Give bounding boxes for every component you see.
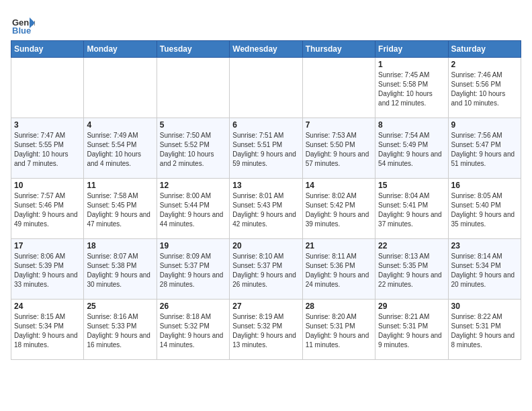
day-info: Sunrise: 8:19 AM Sunset: 5:32 PM Dayligh… <box>232 312 299 350</box>
calendar-cell: 5Sunrise: 7:50 AM Sunset: 5:52 PM Daylig… <box>157 118 229 179</box>
calendar-cell: 18Sunrise: 8:07 AM Sunset: 5:38 PM Dayli… <box>84 239 157 300</box>
day-number: 26 <box>160 302 226 311</box>
calendar-cell: 21Sunrise: 8:11 AM Sunset: 5:36 PM Dayli… <box>302 239 375 300</box>
calendar-cell: 16Sunrise: 8:05 AM Sunset: 5:40 PM Dayli… <box>448 179 521 239</box>
calendar-week-row: 1Sunrise: 7:45 AM Sunset: 5:58 PM Daylig… <box>11 58 521 118</box>
calendar-cell: 28Sunrise: 8:20 AM Sunset: 5:31 PM Dayli… <box>302 300 375 360</box>
calendar-cell: 20Sunrise: 8:10 AM Sunset: 5:37 PM Dayli… <box>230 239 302 300</box>
calendar-cell: 11Sunrise: 7:58 AM Sunset: 5:45 PM Dayli… <box>84 179 157 239</box>
calendar-cell: 9Sunrise: 7:56 AM Sunset: 5:47 PM Daylig… <box>448 118 521 179</box>
day-info: Sunrise: 7:56 AM Sunset: 5:47 PM Dayligh… <box>451 131 518 169</box>
day-number: 12 <box>160 181 226 190</box>
day-info: Sunrise: 7:54 AM Sunset: 5:49 PM Dayligh… <box>378 131 445 169</box>
day-number: 3 <box>14 120 81 130</box>
calendar-cell: 8Sunrise: 7:54 AM Sunset: 5:49 PM Daylig… <box>375 118 448 179</box>
day-info: Sunrise: 8:06 AM Sunset: 5:39 PM Dayligh… <box>14 252 81 289</box>
calendar-cell: 1Sunrise: 7:45 AM Sunset: 5:58 PM Daylig… <box>375 58 448 118</box>
calendar-cell: 26Sunrise: 8:18 AM Sunset: 5:32 PM Dayli… <box>157 300 229 360</box>
day-number: 1 <box>378 60 445 69</box>
day-info: Sunrise: 7:49 AM Sunset: 5:54 PM Dayligh… <box>87 131 153 169</box>
logo: General Blue <box>11 11 35 35</box>
calendar-cell: 4Sunrise: 7:49 AM Sunset: 5:54 PM Daylig… <box>84 118 157 179</box>
calendar-week-row: 17Sunrise: 8:06 AM Sunset: 5:39 PM Dayli… <box>11 239 521 300</box>
day-number: 15 <box>378 181 445 190</box>
day-number: 6 <box>232 120 299 130</box>
day-number: 14 <box>306 181 372 190</box>
calendar-cell: 29Sunrise: 8:21 AM Sunset: 5:31 PM Dayli… <box>375 300 448 360</box>
day-info: Sunrise: 8:18 AM Sunset: 5:32 PM Dayligh… <box>160 312 226 350</box>
calendar-cell <box>157 58 229 118</box>
calendar-cell: 27Sunrise: 8:19 AM Sunset: 5:32 PM Dayli… <box>230 300 302 360</box>
day-number: 30 <box>451 302 518 311</box>
day-info: Sunrise: 8:16 AM Sunset: 5:33 PM Dayligh… <box>87 312 153 350</box>
day-info: Sunrise: 8:13 AM Sunset: 5:35 PM Dayligh… <box>378 252 445 289</box>
calendar-cell: 22Sunrise: 8:13 AM Sunset: 5:35 PM Dayli… <box>375 239 448 300</box>
calendar-week-row: 24Sunrise: 8:15 AM Sunset: 5:34 PM Dayli… <box>11 300 521 360</box>
logo-icon: General Blue <box>11 11 35 35</box>
calendar-cell <box>11 58 84 118</box>
day-info: Sunrise: 7:53 AM Sunset: 5:50 PM Dayligh… <box>306 131 372 169</box>
calendar-cell: 19Sunrise: 8:09 AM Sunset: 5:37 PM Dayli… <box>157 239 229 300</box>
day-info: Sunrise: 7:47 AM Sunset: 5:55 PM Dayligh… <box>14 131 81 169</box>
weekday-header: Tuesday <box>157 41 229 58</box>
page-header: General Blue <box>11 11 521 35</box>
day-number: 8 <box>378 120 445 130</box>
weekday-header: Saturday <box>448 41 521 58</box>
svg-text:Blue: Blue <box>12 26 31 35</box>
calendar-header-row: SundayMondayTuesdayWednesdayThursdayFrid… <box>11 41 521 58</box>
day-number: 11 <box>87 181 153 190</box>
day-number: 24 <box>14 302 81 311</box>
day-info: Sunrise: 8:05 AM Sunset: 5:40 PM Dayligh… <box>451 191 518 229</box>
calendar-cell <box>230 58 302 118</box>
day-info: Sunrise: 7:58 AM Sunset: 5:45 PM Dayligh… <box>87 191 153 229</box>
day-number: 17 <box>14 241 81 250</box>
calendar-cell <box>302 58 375 118</box>
day-info: Sunrise: 8:11 AM Sunset: 5:36 PM Dayligh… <box>306 252 372 289</box>
day-info: Sunrise: 7:51 AM Sunset: 5:51 PM Dayligh… <box>232 131 299 169</box>
day-number: 29 <box>378 302 445 311</box>
day-number: 18 <box>87 241 153 250</box>
calendar-cell: 3Sunrise: 7:47 AM Sunset: 5:55 PM Daylig… <box>11 118 84 179</box>
day-number: 19 <box>160 241 226 250</box>
day-number: 27 <box>232 302 299 311</box>
day-number: 20 <box>232 241 299 250</box>
calendar-cell: 13Sunrise: 8:01 AM Sunset: 5:43 PM Dayli… <box>230 179 302 239</box>
calendar-cell: 6Sunrise: 7:51 AM Sunset: 5:51 PM Daylig… <box>230 118 302 179</box>
day-info: Sunrise: 8:02 AM Sunset: 5:42 PM Dayligh… <box>306 191 372 229</box>
calendar-cell: 7Sunrise: 7:53 AM Sunset: 5:50 PM Daylig… <box>302 118 375 179</box>
calendar-cell <box>84 58 157 118</box>
day-info: Sunrise: 8:21 AM Sunset: 5:31 PM Dayligh… <box>378 312 445 350</box>
calendar-week-row: 10Sunrise: 7:57 AM Sunset: 5:46 PM Dayli… <box>11 179 521 239</box>
day-number: 13 <box>232 181 299 190</box>
day-info: Sunrise: 8:10 AM Sunset: 5:37 PM Dayligh… <box>232 252 299 289</box>
calendar-cell: 12Sunrise: 8:00 AM Sunset: 5:44 PM Dayli… <box>157 179 229 239</box>
day-number: 22 <box>378 241 445 250</box>
day-number: 10 <box>14 181 81 190</box>
day-info: Sunrise: 7:50 AM Sunset: 5:52 PM Dayligh… <box>160 131 226 169</box>
calendar-cell: 24Sunrise: 8:15 AM Sunset: 5:34 PM Dayli… <box>11 300 84 360</box>
weekday-header: Thursday <box>302 41 375 58</box>
day-number: 16 <box>451 181 518 190</box>
day-info: Sunrise: 8:00 AM Sunset: 5:44 PM Dayligh… <box>160 191 226 229</box>
day-number: 25 <box>87 302 153 311</box>
calendar-cell: 17Sunrise: 8:06 AM Sunset: 5:39 PM Dayli… <box>11 239 84 300</box>
day-number: 23 <box>451 241 518 250</box>
day-number: 9 <box>451 120 518 130</box>
calendar-cell: 10Sunrise: 7:57 AM Sunset: 5:46 PM Dayli… <box>11 179 84 239</box>
day-info: Sunrise: 8:20 AM Sunset: 5:31 PM Dayligh… <box>306 312 372 350</box>
calendar-cell: 25Sunrise: 8:16 AM Sunset: 5:33 PM Dayli… <box>84 300 157 360</box>
calendar-cell: 14Sunrise: 8:02 AM Sunset: 5:42 PM Dayli… <box>302 179 375 239</box>
day-info: Sunrise: 7:45 AM Sunset: 5:58 PM Dayligh… <box>378 71 445 108</box>
day-info: Sunrise: 8:01 AM Sunset: 5:43 PM Dayligh… <box>232 191 299 229</box>
day-info: Sunrise: 7:46 AM Sunset: 5:56 PM Dayligh… <box>451 71 518 108</box>
day-number: 28 <box>306 302 372 311</box>
day-number: 5 <box>160 120 226 130</box>
day-info: Sunrise: 8:14 AM Sunset: 5:34 PM Dayligh… <box>451 252 518 289</box>
calendar-cell: 30Sunrise: 8:22 AM Sunset: 5:31 PM Dayli… <box>448 300 521 360</box>
weekday-header: Friday <box>375 41 448 58</box>
day-number: 2 <box>451 60 518 69</box>
weekday-header: Sunday <box>11 41 84 58</box>
day-info: Sunrise: 8:22 AM Sunset: 5:31 PM Dayligh… <box>451 312 518 350</box>
calendar-cell: 23Sunrise: 8:14 AM Sunset: 5:34 PM Dayli… <box>448 239 521 300</box>
calendar-week-row: 3Sunrise: 7:47 AM Sunset: 5:55 PM Daylig… <box>11 118 521 179</box>
